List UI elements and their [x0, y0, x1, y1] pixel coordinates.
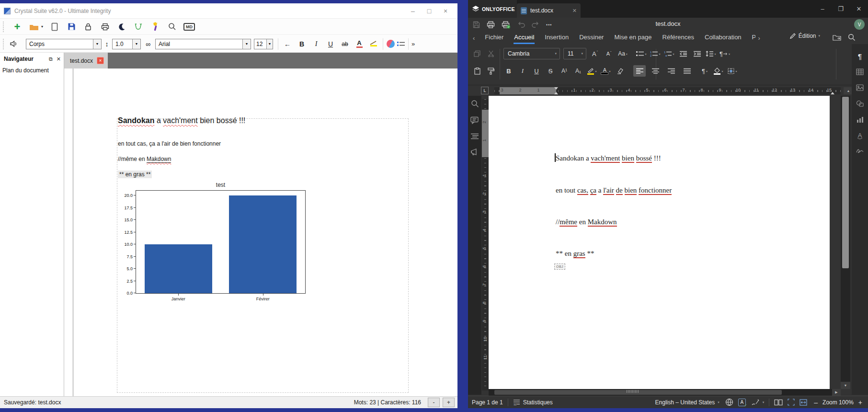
bullet-list-icon[interactable]: ▾ — [636, 48, 647, 59]
increase-font-icon[interactable]: Aˆ — [590, 48, 600, 59]
font-select-arrow-icon[interactable]: ▼ — [242, 39, 251, 49]
decrease-indent-icon[interactable] — [678, 48, 688, 59]
chart-settings-icon[interactable] — [855, 114, 865, 125]
ribbon-tab-fichier[interactable]: Fichier — [480, 33, 509, 43]
ribbon-scroll-right-icon[interactable]: › — [755, 34, 763, 42]
comments-icon[interactable] — [470, 116, 479, 126]
align-center-button[interactable] — [649, 65, 662, 77]
navigator-float-icon[interactable]: ⧉ — [49, 56, 53, 62]
spacing-select[interactable]: 1.0 ▼ — [112, 39, 141, 49]
zoom-in-button[interactable]: + — [858, 399, 862, 406]
navigator-item-plan[interactable]: Plan du document — [0, 62, 64, 74]
v-ruler[interactable]: 211234567891011 — [482, 99, 489, 390]
italic-button[interactable]: I — [309, 40, 323, 48]
page-indicator[interactable]: Page 1 de 1 — [472, 399, 503, 406]
ribbon-tab-collaboration[interactable]: Collaboration — [699, 33, 747, 43]
subscript-button[interactable]: A₁ — [573, 65, 583, 77]
ribbon-tab-p[interactable]: P — [747, 33, 755, 43]
text-art-settings-icon[interactable]: A — [855, 130, 865, 140]
zoom-out-button[interactable]: - — [428, 398, 440, 407]
embedded-bar-chart[interactable]: test 0.02.55.07.510.012.515.017.520.0Jan… — [126, 182, 309, 305]
underline-button[interactable]: U — [323, 40, 338, 48]
scroll-right-icon[interactable]: ▶ — [832, 389, 841, 396]
language-selector[interactable]: English – United States ▾ — [655, 399, 720, 406]
paragraph-heading[interactable]: Sandokan a vach'ment bien bossé !!! — [556, 154, 661, 162]
link-infinity-icon[interactable]: ∞ — [141, 40, 155, 48]
strikethrough-button[interactable]: S — [545, 65, 556, 77]
paragraph-direction-icon[interactable]: ¶ ▾ — [720, 48, 730, 59]
blank-page-icon[interactable] — [49, 22, 60, 32]
cup-icon[interactable] — [133, 22, 144, 32]
vertical-scrollbar-thumb[interactable] — [842, 97, 849, 268]
font-size-select[interactable]: 12 ▼ — [254, 39, 273, 49]
increase-indent-icon[interactable] — [692, 48, 702, 59]
paragraph-settings-icon[interactable]: ¶ — [855, 51, 865, 61]
align-right-button[interactable] — [665, 65, 677, 77]
markdown-icon[interactable]: MD — [183, 23, 195, 31]
search-icon[interactable] — [167, 22, 177, 32]
font-color-button[interactable]: A▾ — [601, 65, 611, 77]
strikethrough-button[interactable]: ab — [338, 41, 352, 47]
font-size-arrow-icon[interactable]: ▼ — [266, 39, 273, 49]
paragraph[interactable]: en tout cas, ça a l'air de bien fonction… — [118, 140, 221, 147]
copy-icon[interactable] — [472, 48, 482, 59]
multilevel-list-icon[interactable]: 1a▾ — [664, 48, 674, 59]
paragraph[interactable]: en tout cas, ça a l'air de bien fonction… — [556, 186, 672, 195]
lock-icon[interactable] — [83, 22, 93, 32]
font-size-select[interactable]: 11 ▾ — [563, 48, 586, 59]
edition-mode-button[interactable]: Édition ▾ — [789, 33, 820, 39]
close-button[interactable]: × — [437, 7, 454, 15]
h-ruler[interactable]: 321123456789101112131415 — [494, 87, 841, 94]
change-case-icon[interactable]: Aa▾ — [617, 48, 628, 59]
minimize-button[interactable]: – — [813, 0, 832, 18]
shape-settings-icon[interactable] — [855, 98, 865, 109]
open-file-location-icon[interactable] — [833, 34, 841, 41]
right-document-page[interactable]: Sandokan a vach'ment bien bossé !!! en t… — [489, 96, 830, 389]
nonprinting-characters-button[interactable]: ¶▾ — [699, 65, 710, 77]
spellcheck-toggle[interactable]: A — [738, 399, 746, 406]
left-indent-marker[interactable] — [554, 92, 558, 94]
magic-wand-icon[interactable] — [150, 22, 160, 32]
toolbar-overflow-button[interactable]: » — [411, 40, 415, 47]
save-icon[interactable] — [66, 22, 77, 32]
track-changes-button[interactable]: ▾ — [752, 399, 765, 406]
bullet-list-icon[interactable] — [396, 39, 406, 49]
line-spacing-icon[interactable]: ↕ — [102, 40, 112, 48]
image-settings-icon[interactable] — [855, 82, 865, 93]
new-document-icon[interactable]: + — [12, 22, 23, 32]
font-select[interactable]: Arial ▼ — [155, 39, 251, 49]
ribbon-tab-dessiner[interactable]: Dessiner — [574, 33, 609, 43]
dark-mode-moon-icon[interactable] — [116, 22, 127, 32]
paragraph[interactable]: ** en gras ** — [118, 171, 152, 178]
ribbon-tab-références[interactable]: Références — [657, 33, 699, 43]
vertical-scrollbar[interactable]: ▼ — [841, 96, 850, 389]
table-settings-icon[interactable] — [855, 67, 865, 77]
tab-close-icon[interactable]: × — [97, 57, 104, 64]
font-name-select[interactable]: Cambria ▾ — [503, 48, 560, 59]
first-line-indent-marker[interactable] — [554, 87, 558, 90]
cut-icon[interactable] — [486, 48, 496, 59]
italic-button[interactable]: I — [517, 65, 528, 77]
line-spacing-icon[interactable]: ▾ — [706, 48, 716, 59]
maximize-button[interactable]: ❐ — [832, 0, 850, 18]
open-dropdown-icon[interactable]: ▾ — [41, 24, 43, 29]
back-arrow-icon[interactable]: ← — [280, 40, 295, 48]
clear-formatting-icon[interactable] — [615, 65, 625, 77]
navigator-close-icon[interactable]: ✕ — [57, 56, 61, 62]
headings-icon[interactable] — [471, 133, 479, 141]
find-icon[interactable] — [471, 100, 479, 110]
bold-button[interactable]: B — [503, 65, 514, 77]
ribbon-scroll-left-icon[interactable]: ‹ — [468, 34, 480, 42]
minimize-button[interactable]: – — [405, 7, 421, 15]
bold-button[interactable]: B — [295, 40, 309, 48]
left-document[interactable]: Sandokan a vach'ment bien bossé !!! en t… — [64, 69, 457, 396]
font-color-button[interactable]: A — [352, 40, 366, 48]
document-tab[interactable]: test.docx × — [64, 53, 108, 69]
ribbon-tab-insertion[interactable]: Insertion — [539, 33, 574, 43]
fit-width-icon[interactable] — [799, 399, 807, 406]
statistics-button[interactable]: 12 Statistiques — [513, 399, 553, 406]
justify-button[interactable] — [681, 65, 693, 77]
highlighter-button[interactable] — [366, 40, 381, 48]
print-icon[interactable] — [100, 22, 110, 32]
underline-button[interactable]: U — [531, 65, 542, 77]
